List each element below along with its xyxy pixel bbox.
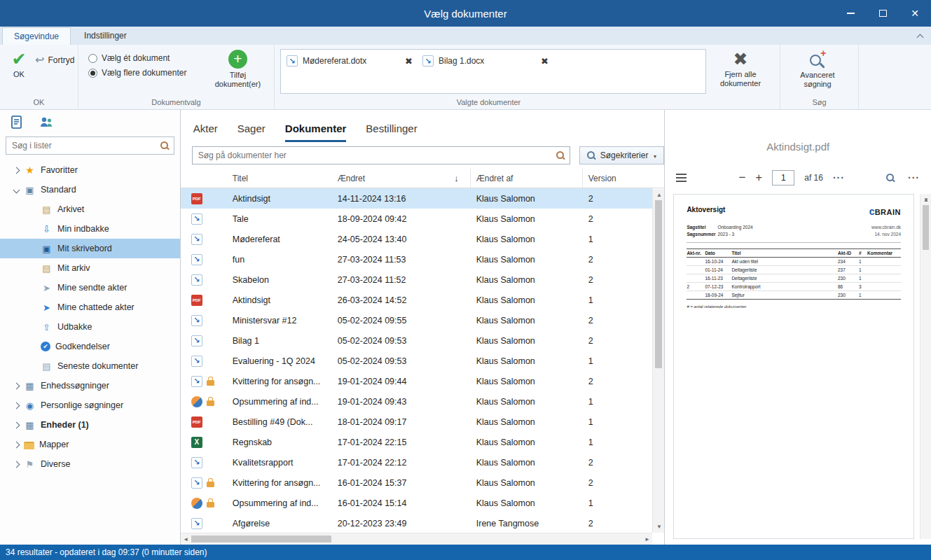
sidebar-search-input[interactable]	[6, 136, 174, 155]
table-row[interactable]: Kvittering for ansøgn...19-01-2024 09:44…	[181, 371, 653, 391]
close-button[interactable]	[899, 0, 931, 27]
more-options-button[interactable]	[833, 172, 845, 183]
vertical-scrollbar[interactable]	[652, 189, 664, 533]
scroll-right-icon[interactable]	[642, 533, 652, 545]
akt-cell	[867, 258, 901, 265]
fortryd-button[interactable]: Fortryd	[35, 53, 74, 66]
table-row[interactable]: Opsummering af ind...19-01-2024 09:43Kla…	[181, 391, 653, 412]
zoom-out-button[interactable]	[738, 171, 745, 185]
sidebar-item-mit-arkiv[interactable]: Mit arkiv	[0, 258, 180, 278]
expander	[10, 188, 22, 192]
sidebar-item-standard[interactable]: Standard	[0, 180, 180, 200]
scrollbar-thumb[interactable]	[655, 200, 662, 368]
tilfoj-dokumenter-button[interactable]: Tilføj dokument(er)	[212, 45, 263, 89]
outline-button[interactable]	[676, 174, 687, 182]
units-view-button[interactable]	[36, 113, 56, 132]
scroll-down-icon[interactable]	[920, 194, 931, 206]
minimize-button[interactable]	[834, 0, 867, 27]
column-header-version[interactable]: Version	[583, 169, 653, 188]
tab-sager[interactable]: Sager	[237, 122, 265, 142]
fjern-alle-dokumenter-button[interactable]: Fjern alle dokumenter	[715, 45, 766, 88]
group-label-valgte-dokumenter: Valgte dokumenter	[275, 97, 780, 109]
sidebar-item-min-indbakke[interactable]: Min indbakke	[0, 219, 180, 239]
chevron-right-icon[interactable]	[13, 461, 20, 468]
remove-document-icon[interactable]	[405, 56, 413, 66]
sidebar-item-mit-skrivebord[interactable]: Mit skrivebord	[0, 239, 180, 258]
akt-table-row: 16-10-24Akt uden titel2341	[687, 258, 901, 266]
sidebar-item-godkendelser[interactable]: Godkendelser	[0, 337, 180, 356]
column-header-aendret[interactable]: Ændret	[338, 169, 471, 188]
table-row[interactable]: Aktindsigt26-03-2024 14:52Klaus Salomon1	[181, 290, 653, 310]
table-row[interactable]: Kvittering for ansøgn...16-01-2024 15:37…	[181, 472, 653, 493]
cell-titel: Evaluering - 1Q 2024	[233, 356, 338, 366]
preview-scrollbar[interactable]	[920, 194, 931, 539]
column-header-aendret-af[interactable]: Ændret af	[471, 169, 583, 188]
sidebar-item-seneste-dokumenter[interactable]: Seneste dokumenter	[0, 356, 180, 376]
chevron-right-icon[interactable]	[13, 167, 20, 174]
table-row[interactable]: Afgørelse20-12-2023 23:49Irene Tangmose2	[181, 513, 653, 533]
sidebar-item-mapper[interactable]: Mapper	[0, 435, 180, 454]
chevron-right-icon[interactable]	[13, 402, 20, 409]
table-row[interactable]: Opsummering af ind...16-01-2024 15:14Kla…	[181, 493, 653, 513]
tab-dokumenter[interactable]: Dokumenter	[285, 122, 347, 142]
sidebar-item-label: Mine sendte akter	[57, 283, 127, 293]
chevron-right-icon[interactable]	[13, 421, 20, 428]
page-number-input[interactable]	[772, 170, 794, 186]
avanceret-sogning-button[interactable]: Avanceret søgning	[792, 45, 843, 89]
preview-search-button[interactable]	[885, 173, 895, 183]
document-search-input[interactable]	[192, 146, 570, 164]
tab-indstillinger[interactable]: Indstillinger	[73, 27, 138, 45]
scroll-left-icon[interactable]	[181, 533, 191, 545]
table-row[interactable]: Ministersvar #1205-02-2024 09:55Klaus Sa…	[181, 310, 653, 330]
sidebar-item-udbakke[interactable]: Udbakke	[0, 317, 180, 337]
sidebar-item-mine-chattede-akter[interactable]: Mine chattede akter	[0, 298, 180, 317]
sidebar-item-enheder-1[interactable]: Enheder (1)	[0, 415, 180, 435]
table-row[interactable]: Bestilling #49 (Dok...18-01-2024 09:17Kl…	[181, 412, 653, 432]
chevron-right-icon[interactable]	[13, 441, 20, 448]
pdf-file-icon	[191, 416, 202, 428]
chevron-right-icon[interactable]	[13, 382, 20, 389]
column-header-titel[interactable]: Titel	[233, 169, 338, 188]
sidebar-item-favoritter[interactable]: Favoritter	[0, 160, 180, 180]
sidebar-item-personlige-søgninger[interactable]: Personlige søgninger	[0, 396, 180, 415]
sidebar-item-mine-sendte-akter[interactable]: Mine sendte akter	[0, 278, 180, 298]
horizontal-scrollbar[interactable]	[181, 533, 653, 545]
table-row[interactable]: Kvalitetsrapport17-01-2024 22:12Klaus Sa…	[181, 452, 653, 472]
ok-button[interactable]: OK	[3, 45, 35, 79]
table-row[interactable]: fun27-03-2024 11:53Klaus Salomon2	[181, 249, 653, 270]
table-row[interactable]: Bilag 105-02-2024 09:53Klaus Salomon2	[181, 330, 653, 351]
table-row[interactable]: Evaluering - 1Q 202405-02-2024 09:53Klau…	[181, 351, 653, 371]
zoom-in-button[interactable]	[755, 171, 762, 185]
cell-titel: Kvittering for ansøgn...	[233, 377, 338, 386]
cell-aendret: 20-12-2023 23:49	[338, 519, 471, 528]
scrollbar-thumb[interactable]	[923, 205, 929, 250]
tab-sogevindue[interactable]: Søgevindue	[2, 27, 71, 45]
sidebar-item-diverse[interactable]: Diverse	[0, 454, 180, 474]
radio-valg-flere-dokumenter[interactable]: Vælg flere dokumenter	[88, 68, 186, 78]
sidebar-item-enhedssøgninger[interactable]: Enhedssøgninger	[0, 376, 180, 396]
scroll-down-icon[interactable]	[653, 521, 665, 533]
chevron-down-icon[interactable]	[13, 186, 20, 193]
row-icons	[181, 335, 233, 346]
tab-akter[interactable]: Akter	[193, 122, 218, 142]
table-row[interactable]: Tale18-09-2024 09:42Klaus Salomon2	[181, 209, 653, 229]
tab-bestillinger[interactable]: Bestillinger	[366, 122, 417, 142]
radio-valg-et-dokument[interactable]: Vælg ét dokument	[88, 53, 186, 63]
document-list-panel: Akter Sager Dokumenter Bestillinger Søge…	[181, 110, 665, 545]
maximize-button[interactable]	[867, 0, 899, 27]
documents-view-button[interactable]	[7, 113, 27, 132]
table-row[interactable]: Skabelon27-03-2024 11:52Klaus Salomon2	[181, 270, 653, 290]
remove-document-icon[interactable]	[541, 56, 549, 66]
cell-aendret: 19-01-2024 09:44	[338, 377, 471, 386]
sogekriterier-button[interactable]: Søgekriterier	[579, 146, 665, 164]
table-row[interactable]: Regnskab17-01-2024 22:15Klaus Salomon1	[181, 432, 653, 452]
table-row[interactable]: Mødereferat24-05-2024 13:40Klaus Salomon…	[181, 229, 653, 249]
collapse-ribbon-button[interactable]	[918, 32, 923, 42]
sidebar: FavoritterStandardArkivetMin indbakkeMit…	[0, 110, 181, 545]
cell-titel: fun	[233, 255, 338, 265]
sidebar-item-arkivet[interactable]: Arkivet	[0, 200, 180, 219]
overflow-menu-button[interactable]	[908, 172, 920, 183]
table-row[interactable]: Aktindsigt14-11-2024 13:16Klaus Salomon2	[181, 188, 653, 209]
scroll-up-icon[interactable]	[653, 189, 665, 201]
scrollbar-thumb[interactable]	[191, 536, 331, 542]
